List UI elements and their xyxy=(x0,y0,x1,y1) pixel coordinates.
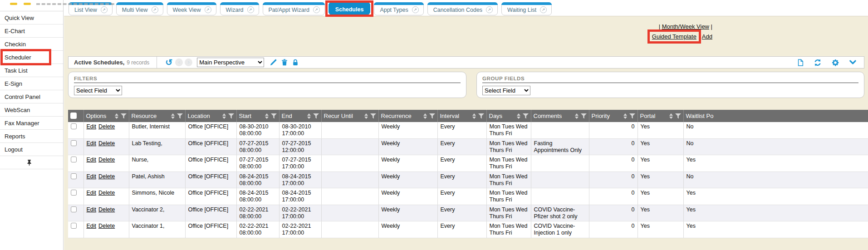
sidebar-item-e-sign[interactable]: E-Sign xyxy=(0,77,63,90)
edit-link[interactable]: Edit xyxy=(87,140,97,147)
column-header-recur-until[interactable]: Recur Until xyxy=(321,110,378,122)
open-new-tab-icon[interactable]: ↗ xyxy=(152,6,158,13)
sidebar-item-quick-view[interactable]: Quick View xyxy=(0,11,63,25)
sidebar-item-task-list[interactable]: Task List xyxy=(0,64,63,77)
filter-funnel-icon[interactable] xyxy=(581,113,587,119)
sidebar-item-scheduler[interactable]: Scheduler xyxy=(0,51,63,64)
sort-icon[interactable] xyxy=(115,113,118,119)
sidebar-item-fax-manager[interactable]: Fax Manager xyxy=(0,117,63,130)
column-header-recurrence[interactable]: Recurrence xyxy=(378,110,437,122)
tab-week-view[interactable]: Week View↗ xyxy=(167,2,216,15)
undo-button[interactable]: ↺ xyxy=(165,59,172,66)
select-all-checkbox[interactable] xyxy=(70,113,77,119)
filter-funnel-icon[interactable] xyxy=(370,113,376,119)
column-header-end[interactable]: End xyxy=(279,110,321,122)
next-perspective-button[interactable]: › xyxy=(185,59,192,66)
edit-link[interactable]: Edit xyxy=(87,157,97,163)
sidebar-pin-button[interactable] xyxy=(0,156,63,169)
delete-perspective-button[interactable] xyxy=(281,59,288,66)
filter-funnel-icon[interactable] xyxy=(629,113,635,119)
sort-icon[interactable] xyxy=(364,113,368,119)
perspective-select[interactable]: Main Perspective xyxy=(197,58,264,67)
sidebar-item-checkin[interactable]: Checkin xyxy=(0,38,63,51)
column-header-priority[interactable]: Priority xyxy=(589,110,638,122)
delete-link[interactable]: Delete xyxy=(98,223,115,229)
sidebar-item-logout[interactable]: Logout xyxy=(0,143,63,156)
tab-wizard[interactable]: Wizard↗ xyxy=(220,2,259,15)
column-header-interval[interactable]: Interval xyxy=(437,110,486,122)
settings-button[interactable] xyxy=(831,59,839,67)
select-all-header[interactable] xyxy=(68,110,83,122)
filter-funnel-icon[interactable] xyxy=(523,113,529,119)
row-checkbox[interactable] xyxy=(71,140,77,146)
filter-funnel-icon[interactable] xyxy=(271,113,277,119)
sort-icon[interactable] xyxy=(517,113,520,119)
filter-funnel-icon[interactable] xyxy=(121,113,127,119)
edit-link[interactable]: Edit xyxy=(87,190,97,196)
tab-multi-view[interactable]: Multi View↗ xyxy=(116,2,163,15)
guided-template-link[interactable]: Guided Template xyxy=(652,33,696,40)
sidebar-item-reports[interactable]: Reports xyxy=(0,130,63,143)
delete-link[interactable]: Delete xyxy=(98,173,115,180)
open-new-tab-icon[interactable]: ↗ xyxy=(313,6,320,13)
open-new-tab-icon[interactable]: ↗ xyxy=(205,6,211,13)
delete-link[interactable]: Delete xyxy=(98,123,115,130)
lock-button[interactable] xyxy=(292,59,299,66)
edit-link[interactable]: Edit xyxy=(87,173,97,180)
sort-icon[interactable] xyxy=(171,113,175,119)
row-checkbox[interactable] xyxy=(71,206,77,212)
edit-link[interactable]: Edit xyxy=(87,206,97,213)
column-header-portal[interactable]: Portal xyxy=(638,110,683,122)
filter-funnel-icon[interactable] xyxy=(478,113,484,119)
delete-link[interactable]: Delete xyxy=(98,157,115,163)
filter-funnel-icon[interactable] xyxy=(675,113,681,119)
sort-icon[interactable] xyxy=(265,113,269,119)
open-new-tab-icon[interactable]: ↗ xyxy=(412,6,419,13)
sidebar-item-control-panel[interactable]: Control Panel xyxy=(0,90,63,103)
sort-icon[interactable] xyxy=(669,113,673,119)
delete-link[interactable]: Delete xyxy=(98,190,115,196)
tab-appt-types[interactable]: Appt Types↗ xyxy=(374,2,423,15)
filter-funnel-icon[interactable] xyxy=(429,113,435,119)
refresh-button[interactable] xyxy=(814,59,822,67)
open-new-tab-icon[interactable]: ↗ xyxy=(247,6,254,13)
row-checkbox[interactable] xyxy=(71,223,77,229)
edit-perspective-button[interactable] xyxy=(270,59,277,66)
add-link[interactable]: Add xyxy=(702,32,712,41)
open-new-tab-icon[interactable]: ↗ xyxy=(486,6,493,13)
tab-schedules[interactable]: Schedules xyxy=(329,2,371,15)
tab-waiting-list[interactable]: Waiting List↗ xyxy=(501,2,552,15)
sort-icon[interactable] xyxy=(472,113,476,119)
edit-link[interactable]: Edit xyxy=(87,123,97,130)
column-header-comments[interactable]: Comments xyxy=(531,110,589,122)
sidebar-item-e-chart[interactable]: E-Chart xyxy=(0,25,63,38)
column-header-waitlist-po[interactable]: Waitlist Po xyxy=(683,110,868,122)
column-header-options[interactable]: Options xyxy=(83,110,129,122)
column-header-start[interactable]: Start xyxy=(236,110,279,122)
sort-icon[interactable] xyxy=(222,113,226,119)
sort-icon[interactable] xyxy=(575,113,579,119)
tab-pat-appt-wizard[interactable]: Pat/Appt Wizard↗ xyxy=(263,2,325,15)
sort-icon[interactable] xyxy=(307,113,311,119)
prev-perspective-button[interactable]: ‹ xyxy=(175,59,183,66)
sort-icon[interactable] xyxy=(623,113,627,119)
filter-funnel-icon[interactable] xyxy=(177,113,183,119)
sidebar-item-webscan[interactable]: WebScan xyxy=(0,103,63,117)
filter-funnel-icon[interactable] xyxy=(228,113,234,119)
column-header-days[interactable]: Days xyxy=(486,110,531,122)
row-checkbox[interactable] xyxy=(71,173,77,179)
group-fields-select[interactable]: Select Field xyxy=(482,86,530,95)
month-week-view-link[interactable]: Month/Week View xyxy=(662,23,709,30)
filters-field-select[interactable]: Select Field xyxy=(74,86,122,95)
filter-funnel-icon[interactable] xyxy=(313,113,319,119)
delete-link[interactable]: Delete xyxy=(98,140,115,147)
sort-icon[interactable] xyxy=(423,113,427,119)
row-checkbox[interactable] xyxy=(71,190,77,196)
new-document-button[interactable] xyxy=(797,59,804,67)
delete-link[interactable]: Delete xyxy=(98,206,115,213)
column-header-resource[interactable]: Resource xyxy=(129,110,185,122)
edit-link[interactable]: Edit xyxy=(87,223,97,229)
column-header-location[interactable]: Location xyxy=(185,110,236,122)
tab-cancellation-codes[interactable]: Cancellation Codes↗ xyxy=(427,2,498,15)
row-checkbox[interactable] xyxy=(71,157,77,162)
